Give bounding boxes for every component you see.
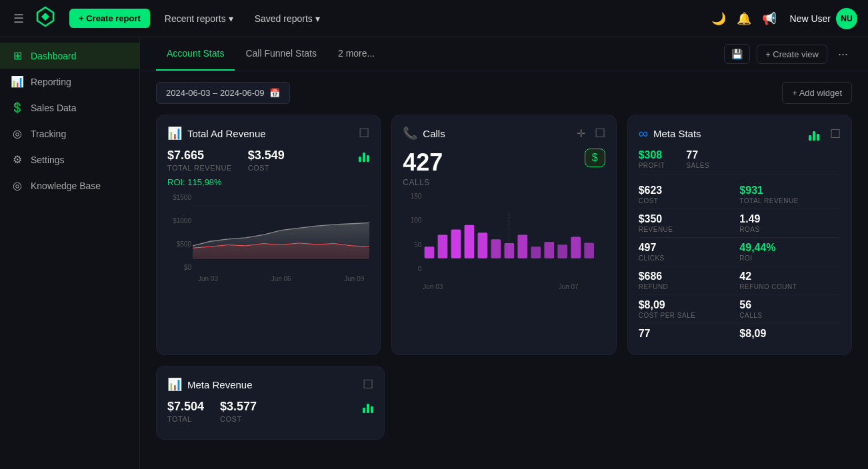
svg-rect-17: [531, 246, 541, 258]
meta-stats-bar-mini: [809, 127, 819, 141]
main-layout: ⊞ Dashboard 📊 Reporting 💲 Sales Data ◎ T…: [0, 37, 868, 469]
calls-widget-icon: 📞: [403, 126, 417, 141]
calls-y-labels: 150 100 50 0: [403, 193, 421, 272]
calls-bar-chart: [423, 193, 605, 279]
sidebar-label-tracking: Tracking: [31, 129, 66, 139]
ad-revenue-chart: $1500 $1000 $500 $0: [167, 193, 369, 282]
recent-reports-link[interactable]: Recent reports ▾: [158, 9, 240, 28]
tracking-icon: ◎: [11, 127, 24, 140]
notifications-icon[interactable]: 🔔: [737, 11, 751, 26]
meta-stats-widget: ∞ Meta Stats ☐ $308: [627, 115, 852, 355]
meta-bottom-right: $8,09: [739, 324, 841, 344]
cost-per-sale-row: $8,09 COST PER SALE: [639, 295, 740, 324]
total-revenue-row: $931 TOTAL REVENUE: [739, 181, 841, 209]
hamburger-icon[interactable]: ☰: [11, 9, 27, 29]
ad-revenue-widget-icon: 📊: [167, 126, 182, 141]
meta-revenue-header: 📊 Meta Revenue ☐: [167, 377, 373, 392]
tab-more[interactable]: 2 more...: [327, 37, 385, 71]
cost-per-sale-value: $8,09: [639, 299, 740, 311]
date-range-picker[interactable]: 2024-06-03 – 2024-06-09 📅: [156, 82, 290, 104]
calls-widget: 📞 Calls ✛ ☐ 427 CALLS $: [391, 115, 616, 355]
tabs-actions: 💾 + Create view ···: [724, 43, 852, 65]
roas-stat-value: 1.49: [739, 213, 841, 225]
sales-stat: 77 SALES: [686, 149, 709, 169]
cost-label: COST: [248, 164, 285, 172]
sidebar-item-dashboard[interactable]: ⊞ Dashboard: [0, 43, 139, 69]
total-revenue-value: $7.665: [167, 149, 232, 163]
meta-stats-menu[interactable]: ☐: [830, 127, 841, 141]
saved-reports-link[interactable]: Saved reports ▾: [248, 9, 327, 28]
user-avatar[interactable]: NU: [836, 8, 857, 29]
moon-icon[interactable]: 🌙: [711, 11, 726, 26]
cost-stat-label: COST: [639, 197, 740, 205]
widget-grid: 📊 Total Ad Revenue ☐ $7.665 TOTAL REVENU…: [156, 115, 852, 355]
calls-widget-menu[interactable]: ☐: [595, 126, 605, 141]
calls-widget-header: 📞 Calls ✛ ☐: [403, 126, 605, 141]
meta-revenue-menu[interactable]: ☐: [363, 377, 373, 392]
calls-count: 427: [403, 149, 443, 177]
total-revenue-stat-value: $931: [739, 185, 841, 197]
cost-stat-value: $623: [639, 185, 740, 197]
filter-bar: 2024-06-03 – 2024-06-09 📅 + Add widget: [156, 82, 852, 104]
date-range-value: 2024-06-03 – 2024-06-09: [166, 88, 264, 98]
calls-meta-label: CALLS: [739, 312, 841, 319]
knowledge-base-icon: ◎: [11, 179, 24, 192]
calls-chart: 150 100 50 0: [403, 193, 605, 292]
calls-meta-value: 56: [739, 299, 841, 311]
calls-widget-title: Calls: [423, 128, 571, 139]
create-view-button[interactable]: + Create view: [757, 45, 827, 64]
svg-rect-12: [465, 225, 475, 258]
refund-stat-label: REFUND: [639, 283, 740, 290]
widget-header-ad-revenue: 📊 Total Ad Revenue ☐: [167, 126, 369, 141]
ad-revenue-widget-menu[interactable]: ☐: [359, 126, 369, 141]
sidebar-item-sales-data[interactable]: 💲 Sales Data: [0, 95, 139, 121]
logo-icon: [35, 6, 56, 31]
roi-stat-label: ROI: [739, 254, 841, 262]
settings-icon: ⚙: [11, 153, 24, 166]
calls-drag-icon[interactable]: ✛: [577, 127, 585, 140]
roas-stat-label: ROAS: [739, 226, 841, 233]
svg-rect-14: [491, 239, 501, 258]
roi-row: 49,44% ROI: [739, 238, 841, 266]
refund-count-stat-label: REFUND COUNT: [739, 283, 841, 290]
sidebar-item-knowledge-base[interactable]: ◎ Knowledge Base: [0, 173, 139, 199]
sidebar-label-knowledge-base: Knowledge Base: [31, 181, 101, 191]
calendar-icon: 📅: [269, 88, 280, 98]
svg-rect-19: [558, 244, 568, 258]
tab-account-stats[interactable]: Account Stats: [156, 37, 235, 71]
revenue-stat-value: $350: [639, 213, 740, 225]
profit-label: PROFIT: [639, 162, 665, 169]
sidebar-item-reporting[interactable]: 📊 Reporting: [0, 69, 139, 95]
meta-bottom-left-value: 77: [639, 328, 740, 340]
meta-revenue-stats: $7.504 TOTAL $3.577 COST: [167, 400, 373, 423]
clicks-stat-label: CLICKS: [639, 254, 740, 262]
svg-rect-15: [505, 243, 515, 258]
add-widget-button[interactable]: + Add widget: [782, 82, 852, 104]
sidebar-label-settings: Settings: [31, 155, 65, 165]
roi-text: ROI: 115,98%: [167, 177, 369, 187]
tab-call-funnel-stats[interactable]: Call Funnel Stats: [235, 37, 327, 71]
revenue-row: $350 REVENUE: [639, 209, 740, 238]
profit-value: $308: [639, 149, 665, 161]
create-report-button[interactable]: + Create report: [69, 9, 150, 28]
meta-revenue-cost-value: $3.577: [220, 400, 257, 414]
svg-rect-20: [571, 237, 581, 258]
meta-revenue-title: Meta Revenue: [187, 379, 357, 390]
sidebar-item-settings[interactable]: ⚙ Settings: [0, 147, 139, 173]
save-view-icon-button[interactable]: 💾: [724, 44, 750, 64]
megaphone-icon[interactable]: 📢: [762, 11, 777, 26]
tabs-more-button[interactable]: ···: [834, 43, 852, 65]
svg-rect-10: [438, 234, 448, 258]
meta-revenue-bar-mini: [363, 400, 373, 423]
calls-top: 427 CALLS $: [403, 149, 605, 187]
sidebar-item-tracking[interactable]: ◎ Tracking: [0, 121, 139, 147]
meta-revenue-total: $7.504 TOTAL: [167, 400, 204, 423]
sidebar-label-sales-data: Sales Data: [31, 103, 76, 113]
cost-row: $623 COST: [639, 181, 740, 209]
main-content: Account Stats Call Funnel Stats 2 more..…: [140, 37, 868, 469]
sales-value: 77: [686, 149, 709, 161]
clicks-row: 497 CLICKS: [639, 238, 740, 266]
ad-revenue-widget-title: Total Ad Revenue: [187, 128, 353, 139]
meta-stats-icon: ∞: [639, 126, 648, 141]
sidebar-label-dashboard: Dashboard: [31, 51, 77, 61]
